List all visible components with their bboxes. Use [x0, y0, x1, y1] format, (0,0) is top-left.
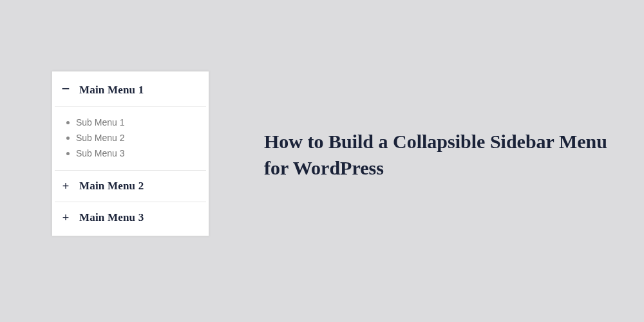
menu-header-1[interactable]: − Main Menu 1 [55, 74, 206, 106]
bullet-icon [66, 121, 70, 124]
sub-menu-item[interactable]: Sub Menu 3 [55, 146, 206, 161]
collapse-icon: − [59, 82, 73, 96]
sub-menu-label: Sub Menu 2 [76, 133, 125, 143]
bullet-icon [66, 137, 70, 140]
menu-item-1: − Main Menu 1 Sub Menu 1 Sub Menu 2 Sub … [55, 74, 206, 171]
menu-header-2[interactable]: + Main Menu 2 [55, 171, 206, 202]
menu-item-2: + Main Menu 2 [55, 171, 206, 202]
sub-menu-label: Sub Menu 3 [76, 148, 125, 158]
bullet-icon [66, 152, 70, 155]
menu-header-3[interactable]: + Main Menu 3 [55, 202, 206, 233]
sub-menu-label: Sub Menu 1 [76, 117, 125, 128]
expand-icon: + [59, 180, 73, 192]
menu-label: Main Menu 3 [79, 211, 144, 224]
menu-label: Main Menu 1 [79, 84, 144, 97]
sub-menu-item[interactable]: Sub Menu 2 [55, 130, 206, 146]
menu-item-3: + Main Menu 3 [55, 202, 206, 233]
sub-menu-list: Sub Menu 1 Sub Menu 2 Sub Menu 3 [55, 106, 206, 170]
sub-menu-item[interactable]: Sub Menu 1 [55, 115, 206, 130]
page-title: How to Build a Collapsible Sidebar Menu … [264, 129, 612, 181]
expand-icon: + [59, 212, 73, 223]
menu-label: Main Menu 2 [79, 180, 144, 193]
sidebar-menu: − Main Menu 1 Sub Menu 1 Sub Menu 2 Sub … [52, 71, 209, 236]
